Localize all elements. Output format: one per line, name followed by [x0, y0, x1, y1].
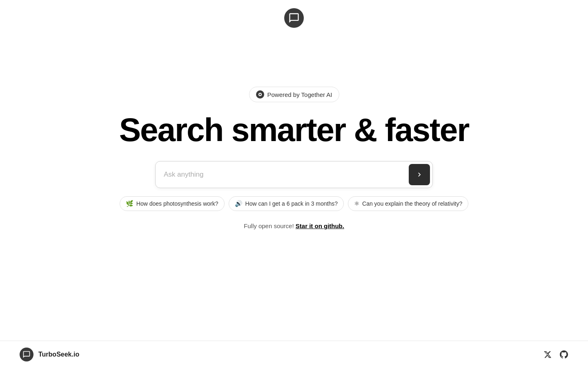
- chip-relativity[interactable]: ⚛ Can you explain the theory of relativi…: [348, 196, 468, 211]
- page-headline: Search smarter & faster: [119, 112, 469, 148]
- github-icon: [560, 350, 568, 359]
- powered-by-text: Powered by Together AI: [267, 91, 332, 98]
- footer: TurboSeek.io: [0, 341, 588, 368]
- svg-point-1: [259, 94, 261, 95]
- footer-logo: [20, 348, 33, 361]
- x-twitter-link[interactable]: [543, 350, 552, 359]
- chip-photosynthesis[interactable]: 🌿 How does photosynthesis work?: [120, 196, 225, 211]
- github-link[interactable]: [559, 350, 568, 359]
- footer-social-icons: [543, 350, 568, 359]
- open-source-text: Fully open source! Star it on github.: [244, 222, 344, 229]
- chip-sixpack-icon: 🔊: [235, 200, 243, 207]
- footer-brand: TurboSeek.io: [20, 348, 79, 361]
- chip-relativity-label: Can you explain the theory of relativity…: [362, 200, 462, 207]
- chip-photosynthesis-label: How does photosynthesis work?: [136, 200, 218, 207]
- chip-sixpack-label: How can I get a 6 pack in 3 months?: [245, 200, 338, 207]
- chip-sixpack[interactable]: 🔊 How can I get a 6 pack in 3 months?: [229, 196, 344, 211]
- search-button[interactable]: [409, 164, 430, 185]
- search-input[interactable]: [156, 163, 406, 186]
- powered-by-badge: Powered by Together AI: [249, 87, 339, 102]
- footer-brand-name: TurboSeek.io: [38, 351, 79, 358]
- chip-photosynthesis-icon: 🌿: [126, 200, 134, 207]
- chip-relativity-icon: ⚛: [354, 200, 359, 207]
- github-star-link[interactable]: Star it on github.: [296, 222, 344, 229]
- x-twitter-icon: [543, 350, 552, 359]
- search-box: [155, 161, 433, 188]
- top-logo: [284, 8, 304, 28]
- search-box-wrapper: [155, 161, 433, 188]
- suggestion-chips: 🌿 How does photosynthesis work? 🔊 How ca…: [120, 196, 468, 211]
- together-ai-icon: [256, 90, 264, 99]
